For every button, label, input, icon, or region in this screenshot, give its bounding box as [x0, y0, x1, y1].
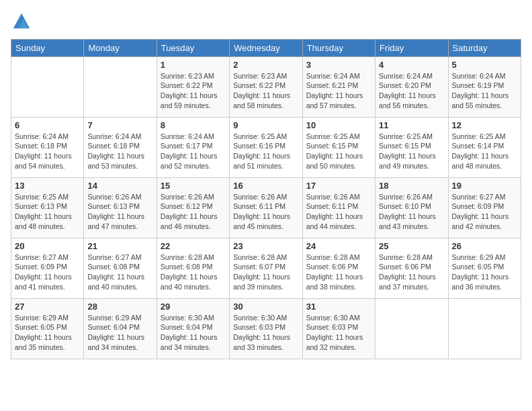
calendar-cell: 2Sunrise: 6:23 AMSunset: 6:22 PMDaylight…	[230, 56, 302, 117]
calendar-cell: 17Sunrise: 6:26 AMSunset: 6:11 PMDayligh…	[302, 177, 375, 238]
calendar-cell: 16Sunrise: 6:26 AMSunset: 6:11 PMDayligh…	[230, 177, 302, 238]
calendar-cell	[448, 298, 521, 359]
day-number: 31	[306, 302, 371, 312]
day-number: 13	[15, 181, 80, 191]
day-info: Sunrise: 6:29 AMSunset: 6:04 PMDaylight:…	[87, 313, 152, 353]
day-info: Sunrise: 6:26 AMSunset: 6:11 PMDaylight:…	[306, 192, 371, 232]
day-info: Sunrise: 6:30 AMSunset: 6:04 PMDaylight:…	[161, 313, 226, 353]
calendar-cell: 13Sunrise: 6:25 AMSunset: 6:13 PMDayligh…	[11, 177, 84, 238]
calendar-cell: 12Sunrise: 6:25 AMSunset: 6:14 PMDayligh…	[448, 117, 521, 177]
day-info: Sunrise: 6:24 AMSunset: 6:18 PMDaylight:…	[15, 132, 80, 171]
day-info: Sunrise: 6:30 AMSunset: 6:03 PMDaylight:…	[233, 313, 298, 353]
day-info: Sunrise: 6:25 AMSunset: 6:16 PMDaylight:…	[233, 132, 298, 171]
day-info: Sunrise: 6:26 AMSunset: 6:10 PMDaylight:…	[379, 192, 444, 232]
day-number: 16	[233, 181, 298, 191]
day-info: Sunrise: 6:24 AMSunset: 6:18 PMDaylight:…	[87, 132, 152, 171]
day-number: 3	[306, 60, 371, 70]
calendar-cell: 7Sunrise: 6:24 AMSunset: 6:18 PMDaylight…	[84, 117, 157, 177]
calendar-cell: 11Sunrise: 6:25 AMSunset: 6:15 PMDayligh…	[375, 117, 448, 177]
day-number: 23	[233, 241, 298, 251]
calendar-cell	[375, 298, 448, 359]
calendar-cell: 29Sunrise: 6:30 AMSunset: 6:04 PMDayligh…	[157, 298, 229, 359]
calendar-week-4: 20Sunrise: 6:27 AMSunset: 6:09 PMDayligh…	[11, 238, 521, 298]
day-number: 17	[306, 181, 371, 191]
day-number: 15	[161, 181, 226, 191]
calendar-cell: 21Sunrise: 6:27 AMSunset: 6:08 PMDayligh…	[84, 238, 157, 298]
day-number: 11	[379, 120, 444, 130]
day-number: 4	[379, 60, 444, 70]
day-number: 12	[452, 120, 517, 130]
calendar-cell: 14Sunrise: 6:26 AMSunset: 6:13 PMDayligh…	[84, 177, 157, 238]
calendar-cell: 9Sunrise: 6:25 AMSunset: 6:16 PMDaylight…	[230, 117, 302, 177]
day-info: Sunrise: 6:28 AMSunset: 6:06 PMDaylight:…	[379, 253, 444, 292]
calendar-table: SundayMondayTuesdayWednesdayThursdayFrid…	[11, 39, 521, 359]
day-info: Sunrise: 6:23 AMSunset: 6:22 PMDaylight:…	[161, 71, 226, 111]
day-of-week-header: SundayMondayTuesdayWednesdayThursdayFrid…	[11, 39, 521, 56]
day-info: Sunrise: 6:24 AMSunset: 6:17 PMDaylight:…	[161, 132, 226, 171]
calendar-cell: 22Sunrise: 6:28 AMSunset: 6:08 PMDayligh…	[157, 238, 229, 298]
calendar-cell: 20Sunrise: 6:27 AMSunset: 6:09 PMDayligh…	[11, 238, 84, 298]
calendar-cell: 6Sunrise: 6:24 AMSunset: 6:18 PMDaylight…	[11, 117, 84, 177]
day-number: 22	[161, 241, 226, 251]
day-info: Sunrise: 6:23 AMSunset: 6:22 PMDaylight:…	[233, 71, 298, 111]
day-number: 30	[233, 302, 298, 312]
day-number: 8	[161, 120, 226, 130]
dow-monday: Monday	[84, 39, 157, 56]
day-number: 21	[87, 241, 152, 251]
day-info: Sunrise: 6:28 AMSunset: 6:06 PMDaylight:…	[306, 253, 371, 292]
calendar-cell: 4Sunrise: 6:24 AMSunset: 6:20 PMDaylight…	[375, 56, 448, 117]
day-number: 14	[87, 181, 152, 191]
calendar-cell: 31Sunrise: 6:30 AMSunset: 6:03 PMDayligh…	[302, 298, 375, 359]
day-number: 7	[87, 120, 152, 130]
day-number: 20	[15, 241, 80, 251]
day-number: 18	[379, 181, 444, 191]
day-number: 24	[306, 241, 371, 251]
dow-friday: Friday	[375, 39, 448, 56]
calendar-cell: 19Sunrise: 6:27 AMSunset: 6:09 PMDayligh…	[448, 177, 521, 238]
day-info: Sunrise: 6:24 AMSunset: 6:19 PMDaylight:…	[452, 71, 517, 111]
dow-thursday: Thursday	[302, 39, 375, 56]
calendar-cell: 23Sunrise: 6:28 AMSunset: 6:07 PMDayligh…	[230, 238, 302, 298]
logo	[11, 11, 31, 34]
day-info: Sunrise: 6:28 AMSunset: 6:08 PMDaylight:…	[161, 253, 226, 292]
calendar-cell: 5Sunrise: 6:24 AMSunset: 6:19 PMDaylight…	[448, 56, 521, 117]
calendar-cell: 18Sunrise: 6:26 AMSunset: 6:10 PMDayligh…	[375, 177, 448, 238]
day-info: Sunrise: 6:26 AMSunset: 6:13 PMDaylight:…	[87, 192, 152, 232]
calendar-cell: 15Sunrise: 6:26 AMSunset: 6:12 PMDayligh…	[157, 177, 229, 238]
calendar-cell	[84, 56, 157, 117]
page-header	[11, 11, 521, 34]
day-info: Sunrise: 6:30 AMSunset: 6:03 PMDaylight:…	[306, 313, 371, 353]
day-number: 26	[452, 241, 517, 251]
day-number: 28	[87, 302, 152, 312]
day-info: Sunrise: 6:27 AMSunset: 6:08 PMDaylight:…	[87, 253, 152, 292]
day-info: Sunrise: 6:24 AMSunset: 6:21 PMDaylight:…	[306, 71, 371, 111]
day-info: Sunrise: 6:28 AMSunset: 6:07 PMDaylight:…	[233, 253, 298, 292]
calendar-week-5: 27Sunrise: 6:29 AMSunset: 6:05 PMDayligh…	[11, 298, 521, 359]
calendar-cell: 26Sunrise: 6:29 AMSunset: 6:05 PMDayligh…	[448, 238, 521, 298]
day-number: 2	[233, 60, 298, 70]
calendar-cell: 25Sunrise: 6:28 AMSunset: 6:06 PMDayligh…	[375, 238, 448, 298]
day-number: 5	[452, 60, 517, 70]
calendar-cell: 24Sunrise: 6:28 AMSunset: 6:06 PMDayligh…	[302, 238, 375, 298]
day-number: 9	[233, 120, 298, 130]
day-info: Sunrise: 6:27 AMSunset: 6:09 PMDaylight:…	[452, 192, 517, 232]
day-info: Sunrise: 6:29 AMSunset: 6:05 PMDaylight:…	[452, 253, 517, 292]
day-number: 27	[15, 302, 80, 312]
calendar-cell: 3Sunrise: 6:24 AMSunset: 6:21 PMDaylight…	[302, 56, 375, 117]
day-info: Sunrise: 6:25 AMSunset: 6:15 PMDaylight:…	[379, 132, 444, 171]
calendar-cell: 30Sunrise: 6:30 AMSunset: 6:03 PMDayligh…	[230, 298, 302, 359]
day-info: Sunrise: 6:27 AMSunset: 6:09 PMDaylight:…	[15, 253, 80, 292]
calendar-cell: 27Sunrise: 6:29 AMSunset: 6:05 PMDayligh…	[11, 298, 84, 359]
day-info: Sunrise: 6:25 AMSunset: 6:15 PMDaylight:…	[306, 132, 371, 171]
logo-icon	[12, 11, 31, 30]
calendar-cell: 8Sunrise: 6:24 AMSunset: 6:17 PMDaylight…	[157, 117, 229, 177]
dow-saturday: Saturday	[448, 39, 521, 56]
calendar-cell: 28Sunrise: 6:29 AMSunset: 6:04 PMDayligh…	[84, 298, 157, 359]
calendar-body: 1Sunrise: 6:23 AMSunset: 6:22 PMDaylight…	[11, 56, 521, 359]
dow-sunday: Sunday	[11, 39, 84, 56]
day-info: Sunrise: 6:26 AMSunset: 6:12 PMDaylight:…	[161, 192, 226, 232]
day-info: Sunrise: 6:26 AMSunset: 6:11 PMDaylight:…	[233, 192, 298, 232]
calendar-cell: 10Sunrise: 6:25 AMSunset: 6:15 PMDayligh…	[302, 117, 375, 177]
day-info: Sunrise: 6:25 AMSunset: 6:13 PMDaylight:…	[15, 192, 80, 232]
calendar-week-3: 13Sunrise: 6:25 AMSunset: 6:13 PMDayligh…	[11, 177, 521, 238]
